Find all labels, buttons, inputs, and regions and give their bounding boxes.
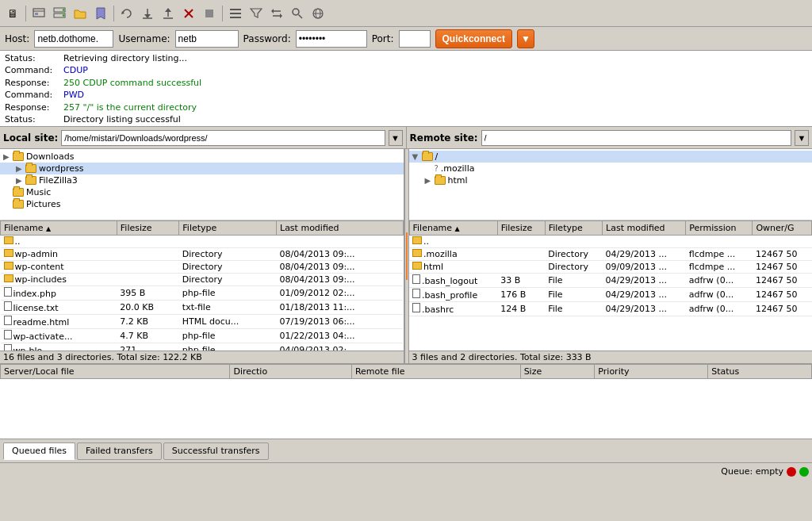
remote-site-bar: Remote site: ▼ (407, 127, 813, 148)
log-line-5: Status: Directory listing successful (5, 113, 807, 125)
local-file-row[interactable]: index.php 395 B php-file 01/09/2012 02:.… (1, 286, 404, 301)
open-folder-btn[interactable] (71, 4, 90, 23)
site-manager-btn[interactable] (29, 4, 48, 23)
stop-btn[interactable] (200, 4, 219, 23)
panel-divider (404, 149, 409, 363)
file-owner: 12467 50 (753, 248, 812, 261)
remote-tree-html[interactable]: ▶ html (409, 174, 813, 186)
local-col-filetype[interactable]: Filetype (179, 221, 277, 236)
server-manager-btn[interactable] (50, 4, 69, 23)
local-tree-music[interactable]: Music (0, 186, 404, 198)
local-file-row[interactable]: wp-includes Directory 08/04/2013 09:... (1, 274, 404, 286)
local-site-path[interactable] (61, 130, 385, 146)
local-col-filesize[interactable]: Filesize (117, 221, 178, 236)
remote-site-dropdown[interactable]: ▼ (795, 130, 809, 146)
remote-col-permission[interactable]: Permission (686, 221, 753, 236)
local-file-row[interactable]: wp-content Directory 08/04/2013 09:... (1, 261, 404, 274)
queue-btn[interactable] (226, 4, 245, 23)
tab-successful-transfers[interactable]: Successful transfers (163, 442, 269, 460)
password-input[interactable] (296, 30, 367, 48)
svg-marker-22 (271, 9, 274, 13)
file-name: readme.html (1, 315, 117, 329)
file-type (545, 236, 602, 248)
remote-file-row[interactable]: .bash_logout 33 B File 04/29/2013 ... ad… (409, 274, 812, 288)
local-file-row[interactable]: wp-admin Directory 08/04/2013 09:... (1, 248, 404, 261)
remote-col-filename[interactable]: Filename ▲ (409, 221, 497, 236)
local-file-row[interactable]: wp-blo... 271 ... php-file 04/09/2013 02… (1, 343, 404, 351)
file-name: .bashrc (409, 302, 497, 316)
tree-label-root: / (435, 151, 439, 162)
local-file-row[interactable]: wp-activate... 4.7 KB php-file 01/22/201… (1, 329, 404, 343)
local-tree-filezilla[interactable]: ▶ FileZilla3 (0, 174, 404, 186)
file-type: txt-file (179, 301, 277, 315)
tab-queued-files[interactable]: Queued files (3, 442, 75, 460)
network-btn[interactable] (308, 4, 327, 23)
remote-col-filesize[interactable]: Filesize (497, 221, 545, 236)
remote-file-row[interactable]: .bashrc 124 B File 04/29/2013 ... adfrw … (409, 302, 812, 316)
transfer-col-direction[interactable]: Directio (230, 365, 351, 379)
file-type: HTML docu... (179, 315, 277, 329)
local-tree-wordpress[interactable]: ▶ wordpress (0, 163, 404, 174)
transfer-col-size[interactable]: Size (520, 365, 595, 379)
transfer-col-server[interactable]: Server/Local file (1, 365, 230, 379)
tree-arrow-html: ▶ (425, 176, 435, 185)
quickconnect-button[interactable]: Quickconnect (435, 29, 512, 48)
filter-btn[interactable] (247, 4, 266, 23)
file-icon (4, 262, 13, 270)
file-icon (412, 303, 420, 312)
download-btn[interactable] (138, 4, 157, 23)
tree-label-downloads: Downloads (26, 151, 74, 162)
refresh-btn[interactable] (117, 4, 136, 23)
local-file-row[interactable]: .. (1, 236, 404, 248)
port-input[interactable] (399, 30, 431, 48)
quickconnect-dropdown[interactable]: ▼ (517, 29, 534, 48)
local-file-row[interactable]: license.txt 20.0 KB txt-file 01/18/2013 … (1, 301, 404, 315)
upload-btn[interactable] (159, 4, 178, 23)
log-text-2: 250 CDUP command successful (63, 77, 201, 89)
new-connection-btn[interactable]: 🖥 (3, 4, 22, 23)
host-input[interactable] (34, 30, 113, 48)
remote-file-row[interactable]: .mozilla Directory 04/29/2013 ... flcdmp… (409, 248, 812, 261)
username-input[interactable] (175, 30, 239, 48)
remote-col-modified[interactable]: Last modified (603, 221, 686, 236)
file-name: wp-includes (1, 274, 117, 286)
bookmark-btn[interactable] (91, 4, 110, 23)
tab-failed-transfers[interactable]: Failed transfers (77, 442, 162, 460)
log-line-1: Command: CDUP (5, 64, 807, 76)
remote-tree-mozilla[interactable]: ? .mozilla (409, 163, 813, 174)
svg-rect-2 (35, 13, 38, 15)
cancel-transfer-btn[interactable] (179, 4, 198, 23)
transfer-col-priority[interactable]: Priority (595, 365, 708, 379)
local-file-row[interactable]: readme.html 7.2 KB HTML docu... 07/19/20… (1, 315, 404, 329)
tree-arrow-downloads: ▶ (3, 152, 13, 161)
remote-file-row[interactable]: html Directory 09/09/2013 ... flcdmpe ..… (409, 261, 812, 274)
sort-arrow-filename: ▲ (46, 225, 51, 232)
remote-col-owner[interactable]: Owner/G (753, 221, 812, 236)
remote-sort-arrow: ▲ (455, 225, 460, 232)
remote-site-path[interactable] (481, 130, 791, 146)
file-modified: 04/29/2013 ... (603, 302, 686, 316)
transfer-col-remote[interactable]: Remote file (351, 365, 520, 379)
local-col-filename[interactable]: Filename ▲ (1, 221, 117, 236)
local-tree-downloads[interactable]: ▶ Downloads (0, 151, 404, 163)
local-col-modified[interactable]: Last modified (277, 221, 404, 236)
local-site-dropdown[interactable]: ▼ (389, 130, 403, 146)
remote-file-row[interactable]: .bash_profile 176 B File 04/29/2013 ... … (409, 288, 812, 302)
status-led-red (787, 467, 796, 477)
remote-tree-root[interactable]: ▼ / (409, 151, 813, 163)
sync-btn[interactable] (267, 4, 286, 23)
file-owner: 12467 50 (753, 274, 812, 288)
sep2 (113, 6, 114, 21)
file-icon (4, 316, 12, 325)
file-panels: ▶ Downloads ▶ wordpress ▶ FileZilla3 Mus… (0, 149, 812, 363)
file-type: Directory (545, 261, 602, 274)
local-tree-pictures[interactable]: Pictures (0, 198, 404, 210)
remote-tree: ▼ / ? .mozilla ▶ html (409, 149, 813, 220)
file-icon (4, 274, 13, 282)
remote-file-row[interactable]: .. (409, 236, 812, 248)
remote-col-filetype[interactable]: Filetype (545, 221, 602, 236)
search-btn[interactable] (288, 4, 307, 23)
remote-panel: ▼ / ? .mozilla ▶ html Filename ▲ (409, 149, 813, 363)
file-permission (686, 236, 753, 248)
transfer-col-status[interactable]: Status (708, 365, 812, 379)
